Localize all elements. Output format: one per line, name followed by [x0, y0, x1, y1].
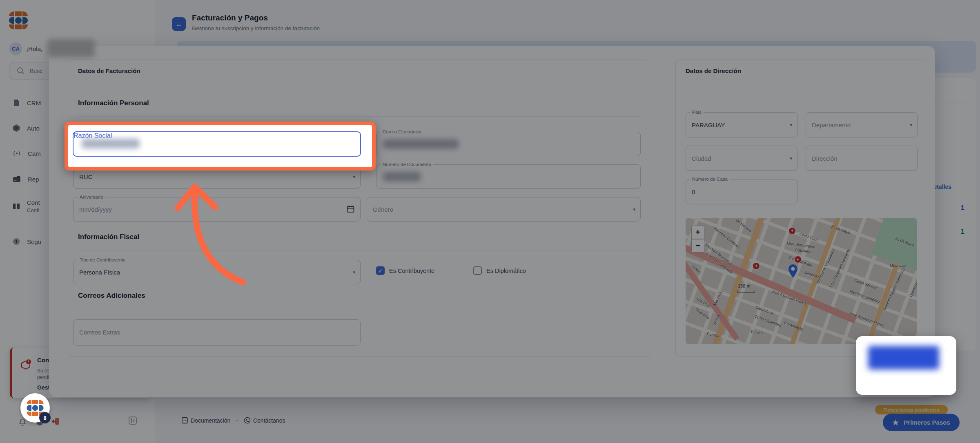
app-screen: CA ¡Hola, CRM Auto Cam: [0, 0, 980, 443]
tour-dim-overlay: [0, 0, 980, 443]
notification-count-badge: 8: [39, 412, 51, 423]
redacted-save-button[interactable]: [868, 346, 939, 370]
tour-arrow-icon: [159, 175, 257, 294]
save-actions-card: [856, 336, 956, 395]
tour-highlight-frame: Razón Social: [65, 122, 376, 171]
redacted-razon-social-value: [82, 139, 140, 148]
razon-social-field[interactable]: Razón Social: [73, 131, 361, 157]
